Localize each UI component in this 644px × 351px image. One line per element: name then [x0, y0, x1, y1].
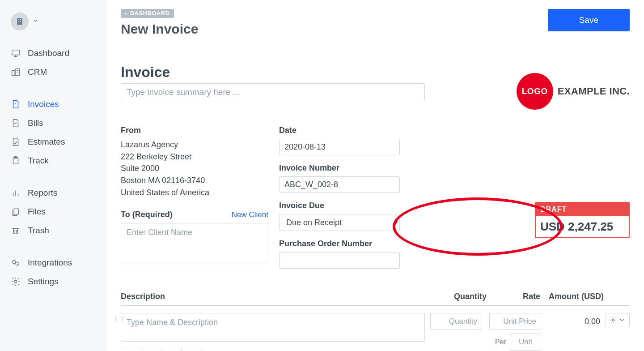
clipboard-icon — [11, 156, 21, 166]
chevron-left-icon — [123, 11, 128, 16]
gear-icon — [610, 317, 617, 324]
sidebar-item-dashboard[interactable]: Dashboard — [0, 44, 106, 63]
svg-point-22 — [16, 262, 19, 265]
company-logo: LOGO EXAMPLE INC. — [517, 73, 630, 110]
col-amount: Amount (USD) — [540, 292, 607, 301]
estimate-icon — [11, 137, 21, 147]
sidebar-item-track[interactable]: Track — [0, 151, 106, 170]
sidebar-item-estimates[interactable]: Estimates — [0, 133, 106, 151]
sidebar-item-label: Dashboard — [28, 48, 69, 58]
org-selector[interactable] — [0, 13, 106, 41]
invoice-due-select[interactable]: Due on Receipt — [279, 214, 400, 231]
sidebar-item-label: Files — [28, 207, 46, 217]
building-icon — [11, 13, 29, 30]
gear-icon — [11, 277, 21, 287]
invoice-number-label: Invoice Number — [279, 163, 404, 173]
sidebar-item-label: CRM — [28, 67, 47, 77]
from-label: From — [121, 126, 268, 135]
svg-point-21 — [13, 261, 16, 264]
invoice-icon — [11, 99, 21, 109]
save-button[interactable]: Save — [548, 9, 630, 31]
header: DASHBOARD New Invoice Save — [106, 0, 644, 45]
new-client-link[interactable]: New Client — [232, 210, 268, 219]
content-scroll[interactable]: Invoice LOGO EXAMPLE INC. From Lazarus A… — [106, 45, 644, 351]
svg-rect-8 — [12, 70, 15, 75]
sidebar-item-trash[interactable]: Trash — [0, 221, 106, 240]
sidebar-item-label: Track — [28, 156, 49, 166]
sidebar-item-label: Invoices — [28, 99, 59, 109]
sidebar-item-crm[interactable]: CRM — [0, 63, 106, 81]
sidebar-item-files[interactable]: Files — [0, 202, 106, 221]
sidebar-item-label: Integrations — [28, 258, 72, 268]
invoice-number-input[interactable] — [279, 176, 400, 193]
unit-price-input[interactable] — [489, 313, 541, 330]
tag-tool-button[interactable] — [182, 348, 202, 351]
logo-badge: LOGO — [517, 73, 553, 110]
link-tool-button[interactable] — [161, 348, 182, 351]
main-content: DASHBOARD New Invoice Save Invoice LOGO … — [106, 0, 644, 351]
quantity-input[interactable] — [430, 313, 482, 330]
sidebar: Dashboard CRM Invoices Bills Estimates — [0, 0, 106, 351]
summary-input[interactable] — [121, 83, 425, 101]
line-settings-button[interactable] — [606, 313, 630, 327]
status-box: DRAFT USD 2,247.25 — [535, 202, 630, 238]
attachment-tool-button[interactable] — [141, 348, 161, 351]
sidebar-item-reports[interactable]: Reports — [0, 184, 106, 202]
client-input[interactable] — [121, 223, 268, 264]
caret-down-icon — [619, 317, 626, 324]
po-input[interactable] — [279, 252, 400, 269]
trash-icon — [11, 226, 21, 235]
files-icon — [11, 207, 21, 217]
to-label: To (Required) — [121, 210, 173, 219]
monitor-icon — [11, 48, 21, 58]
sidebar-item-invoices[interactable]: Invoices — [0, 95, 106, 114]
logo-company-name: EXAMPLE INC. — [558, 86, 630, 97]
breadcrumb-label: DASHBOARD — [130, 10, 169, 17]
date-input[interactable] — [279, 139, 400, 155]
svg-rect-4 — [20, 21, 21, 22]
sidebar-item-label: Estimates — [28, 137, 65, 147]
chart-icon — [11, 188, 21, 198]
sidebar-item-integrations[interactable]: Integrations — [0, 253, 106, 272]
po-label: Purchase Order Number — [279, 239, 404, 248]
sidebar-item-label: Bills — [28, 118, 43, 128]
svg-rect-3 — [18, 21, 19, 22]
line-amount: 0.00 — [547, 313, 600, 326]
bill-icon — [11, 118, 21, 128]
col-description: Description — [121, 292, 428, 301]
breadcrumb[interactable]: DASHBOARD — [121, 9, 174, 18]
col-rate: Rate — [487, 292, 540, 301]
svg-rect-0 — [17, 18, 22, 25]
svg-rect-1 — [18, 19, 19, 20]
sidebar-item-label: Settings — [28, 277, 59, 287]
per-label: Per — [495, 338, 506, 346]
status-badge: DRAFT — [536, 203, 629, 216]
line-description-input[interactable] — [121, 313, 425, 342]
buildings-icon — [11, 67, 21, 77]
calendar-tool-button[interactable] — [121, 348, 141, 351]
sidebar-item-settings[interactable]: Settings — [0, 272, 106, 291]
svg-point-29 — [612, 319, 614, 321]
line-item-row: ⋮⋮ Per — [121, 306, 630, 351]
line-items-section: Description Quantity Rate Amount (USD) ⋮… — [121, 292, 630, 351]
svg-rect-2 — [20, 19, 21, 20]
unit-input[interactable] — [510, 334, 541, 351]
svg-point-23 — [14, 280, 17, 283]
sidebar-item-label: Trash — [28, 226, 49, 235]
sidebar-item-bills[interactable]: Bills — [0, 114, 106, 133]
status-amount: USD 2,247.25 — [536, 216, 629, 237]
drag-handle-icon[interactable]: ⋮⋮ — [113, 316, 125, 323]
line-tools — [121, 348, 202, 351]
from-address: Lazarus Agency 222 Berkeley Street Suite… — [121, 139, 268, 198]
sidebar-item-label: Reports — [28, 188, 58, 198]
line-items-header: Description Quantity Rate Amount (USD) — [121, 292, 630, 306]
chevron-down-icon — [32, 17, 38, 26]
col-quantity: Quantity — [428, 292, 487, 301]
integrations-icon — [11, 258, 21, 268]
invoice-due-label: Invoice Due — [279, 201, 404, 210]
page-title: New Invoice — [121, 21, 198, 37]
svg-rect-5 — [12, 50, 20, 55]
date-label: Date — [279, 126, 404, 135]
invoice-heading: Invoice — [121, 64, 425, 81]
